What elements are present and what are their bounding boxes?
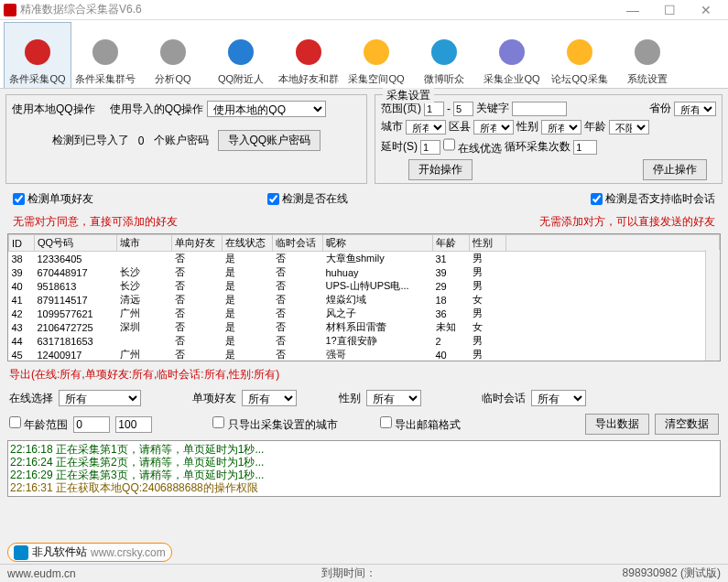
svg-point-7: [499, 39, 525, 65]
close-button[interactable]: ✕: [688, 3, 724, 17]
start-button[interactable]: 开始操作: [408, 159, 473, 180]
age-range-checkbox[interactable]: 年龄范围: [9, 416, 68, 433]
toolbar-doc[interactable]: 分析QQ: [139, 22, 207, 88]
robot-icon: [19, 34, 56, 70]
svg-point-6: [431, 39, 457, 65]
table-scrollbar[interactable]: [705, 250, 720, 361]
col-header[interactable]: QQ号码: [35, 235, 117, 252]
gear-icon: [629, 34, 666, 70]
online-pref-checkbox[interactable]: 在线优选: [443, 137, 502, 156]
toolbar-pin[interactable]: QQ附近人: [207, 22, 275, 88]
stop-button[interactable]: 停止操作: [643, 159, 707, 180]
app-icon: [4, 4, 16, 16]
svg-point-3: [228, 39, 254, 65]
table-row[interactable]: 409518613长沙否是否UPS-山特UPS电...29男: [9, 279, 720, 293]
log-area[interactable]: 22:16:18 正在采集第1页，请稍等，单页延时为1秒...22:16:24 …: [7, 440, 721, 497]
svg-point-9: [635, 39, 660, 65]
col-header[interactable]: 性别: [470, 235, 506, 252]
red-hint-2: 无需添加对方，可以直接发送的好友: [539, 214, 715, 230]
status-url: www.eudm.cn: [7, 567, 76, 580]
svg-point-0: [25, 39, 50, 65]
detect-b: 个账户密码: [154, 133, 209, 148]
toolbar-book[interactable]: 本地好友和群: [275, 22, 342, 88]
toolbar-weibo[interactable]: 微博听众: [410, 22, 478, 88]
svg-point-1: [92, 39, 118, 65]
export-sex-label: 性别: [339, 391, 361, 406]
data-table[interactable]: IDQQ号码城市单向好友在线状态临时会话昵称年龄性别3812336405否是否大…: [7, 233, 721, 361]
province-select[interactable]: 所有: [674, 102, 716, 116]
col-header[interactable]: 在线状态: [223, 235, 273, 252]
county-label: 区县: [449, 119, 471, 135]
export-online-label: 在线选择: [9, 391, 53, 406]
only-city-checkbox[interactable]: 只导出采集设置的城市: [212, 416, 337, 433]
col-header[interactable]: ID: [9, 235, 35, 252]
qq-mode-select[interactable]: 使用本地的QQ: [207, 101, 326, 117]
minimize-button[interactable]: —: [614, 3, 651, 17]
collect-legend: 采集设置: [383, 88, 434, 103]
table-row[interactable]: 446317181653否是否1?直很安静2男: [9, 334, 720, 348]
export-sex-select[interactable]: 所有: [366, 390, 421, 406]
svg-point-4: [296, 39, 321, 65]
table-row[interactable]: 4512400917广州否是否强哥40男: [9, 348, 720, 361]
svg-point-2: [160, 39, 186, 65]
col-header[interactable]: 城市: [117, 235, 172, 252]
window-title: 精准数据综合采集器V6.6: [20, 2, 614, 17]
check-online[interactable]: 检测是否在线: [267, 191, 348, 207]
sex-select[interactable]: 所有: [541, 120, 581, 135]
detect-count: 0: [138, 135, 145, 147]
delay-input[interactable]: [420, 140, 440, 155]
table-row[interactable]: 421099577621广州否是否风之子36男: [9, 307, 720, 320]
star-icon: [358, 34, 395, 70]
age-from-input[interactable]: [73, 416, 110, 433]
toolbar-robot[interactable]: 条件采集QQ: [4, 22, 71, 88]
svg-point-8: [567, 39, 592, 65]
sex-label: 性别: [516, 119, 538, 135]
age-to-input[interactable]: [115, 416, 152, 433]
export-title: 导出(在线:所有,单项好友:所有,临时会话:所有,性别:所有): [5, 365, 723, 384]
toolbar-gear[interactable]: 系统设置: [614, 22, 681, 88]
col-header[interactable]: 年龄: [433, 235, 470, 252]
range-to-input[interactable]: [453, 102, 473, 116]
export-button[interactable]: 导出数据: [585, 414, 649, 435]
check-single-friend[interactable]: 检测单项好友: [13, 191, 93, 207]
age-label: 年龄: [584, 119, 606, 135]
toolbar-people[interactable]: 条件采集群号: [71, 22, 139, 88]
export-online-select[interactable]: 所有: [59, 390, 141, 406]
export-temp-select[interactable]: 所有: [531, 390, 586, 406]
use-import-label: 使用导入的QQ操作: [110, 102, 204, 117]
keyword-input[interactable]: [512, 102, 567, 116]
loop-input[interactable]: [573, 140, 597, 155]
table-row[interactable]: 41879114517清远否是否煌焱幻域18女: [9, 293, 720, 307]
age-select[interactable]: 不限: [609, 120, 649, 135]
loop-label: 循环采集次数: [505, 139, 570, 155]
city-select[interactable]: 所有: [406, 120, 446, 135]
status-expire: 到期时间：: [321, 566, 376, 581]
mail-format-checkbox[interactable]: 导出邮箱格式: [380, 416, 461, 433]
col-header[interactable]: 单向好友: [172, 235, 223, 252]
toolbar-qq[interactable]: 论坛QQ采集: [546, 22, 614, 88]
watermark-icon: [14, 545, 28, 560]
toolbar-globe[interactable]: 采集企业QQ: [478, 22, 546, 88]
county-select[interactable]: 所有: [473, 120, 514, 135]
export-single-label: 单项好友: [192, 391, 236, 406]
clear-button[interactable]: 清空数据: [655, 414, 719, 435]
city-label: 城市: [381, 119, 403, 135]
table-row[interactable]: 39670448917长沙否是否huhuay39男: [9, 265, 720, 279]
col-header[interactable]: 临时会话: [273, 235, 323, 252]
watermark: 非凡软件站 www.crsky.com: [7, 543, 172, 562]
maximize-button[interactable]: ☐: [651, 3, 688, 17]
table-row[interactable]: 432106472725深圳否是否材料系田雷蕾未知女: [9, 320, 720, 334]
log-line: 22:16:24 正在采集第2页，请稍等，单页延时为1秒...: [10, 456, 718, 469]
toolbar-star[interactable]: 采集空间QQ: [342, 22, 410, 88]
doc-icon: [155, 34, 191, 70]
red-hint-1: 无需对方同意，直接可添加的好友: [13, 214, 178, 230]
import-account-button[interactable]: 导入QQ账户密码: [218, 130, 321, 151]
province-label: 省份: [649, 101, 671, 116]
export-single-select[interactable]: 所有: [242, 390, 297, 406]
table-row[interactable]: 3812336405否是否大章鱼shmily31男: [9, 252, 720, 266]
svg-point-5: [364, 39, 389, 65]
delay-label: 延时(S): [381, 139, 418, 155]
check-temp-session[interactable]: 检测是否支持临时会话: [591, 191, 715, 207]
log-line: 22:16:18 正在采集第1页，请稍等，单页延时为1秒...: [10, 443, 718, 456]
col-header[interactable]: 昵称: [323, 235, 433, 252]
